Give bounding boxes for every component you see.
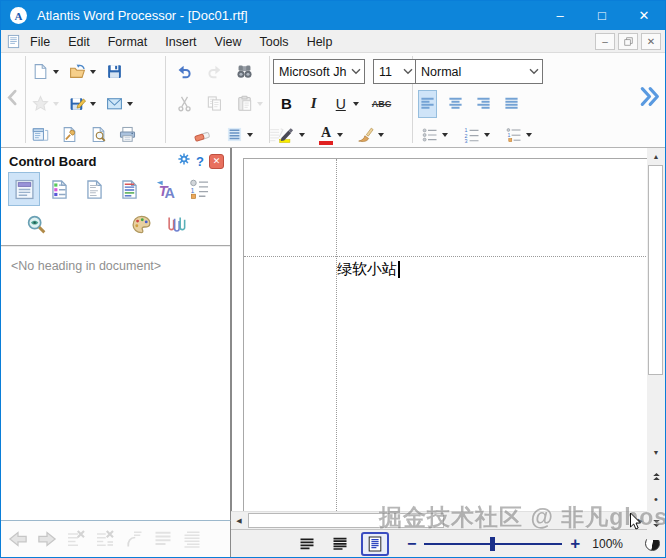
dropdown-arrow-icon[interactable]: [53, 70, 59, 74]
doc-minimize-button[interactable]: –: [595, 33, 615, 50]
font-name-combo[interactable]: Microsoft Jh: [273, 59, 365, 84]
dropdown-arrow-icon[interactable]: [353, 102, 359, 106]
dropdown-arrow-icon[interactable]: [90, 70, 96, 74]
print-button[interactable]: [118, 122, 137, 148]
underline-button[interactable]: U: [332, 91, 360, 117]
cb-styles-button[interactable]: [44, 173, 74, 205]
open-document-button[interactable]: [68, 59, 97, 85]
dropdown-arrow-icon[interactable]: [127, 102, 133, 106]
help-icon[interactable]: ?: [196, 154, 204, 169]
numbered-list-button[interactable]: 123: [463, 122, 491, 148]
undo-icon: [176, 63, 193, 80]
toolbar-overflow-chevron-icon[interactable]: [639, 86, 660, 111]
toolbar-collapse-chevron-icon[interactable]: [4, 89, 21, 110]
cb-outline-button[interactable]: [79, 173, 109, 205]
cb-search-button[interactable]: [91, 208, 121, 240]
browse-object-button[interactable]: •: [647, 491, 665, 507]
close-button[interactable]: ✕: [623, 1, 665, 30]
menu-item-format[interactable]: Format: [99, 30, 157, 53]
zoom-in-button[interactable]: +: [570, 534, 580, 554]
paragraph-style-combo[interactable]: Normal: [415, 59, 543, 84]
chevron-down-icon[interactable]: [529, 68, 539, 75]
doc-close-button[interactable]: ✕: [641, 33, 661, 50]
menu-item-edit[interactable]: Edit: [59, 30, 99, 53]
next-page-button[interactable]: [647, 515, 665, 531]
dropdown-arrow-icon[interactable]: [484, 133, 490, 137]
chevron-down-icon[interactable]: [351, 68, 361, 75]
align-right-button[interactable]: [475, 91, 492, 117]
vertical-scroll-thumb[interactable]: [648, 165, 663, 375]
align-justify-button[interactable]: [503, 91, 520, 117]
new-document-button[interactable]: [31, 59, 60, 85]
doc-restore-button[interactable]: [618, 33, 638, 50]
draft-view-button[interactable]: [295, 534, 319, 554]
document-area[interactable]: 绿软小站: [231, 148, 648, 511]
undo-button[interactable]: [175, 59, 194, 85]
bullet-list-button[interactable]: [421, 122, 449, 148]
align-center-button[interactable]: [447, 91, 464, 117]
menu-item-help[interactable]: Help: [298, 30, 342, 53]
multilevel-list-button[interactable]: 1: [505, 122, 533, 148]
dropdown-arrow-icon[interactable]: [337, 133, 343, 137]
scroll-right-button[interactable]: ▶: [632, 512, 648, 529]
minimize-button[interactable]: –: [539, 1, 581, 30]
previous-page-button[interactable]: [647, 468, 665, 484]
save-document-button[interactable]: [105, 59, 124, 85]
menu-item-insert[interactable]: Insert: [156, 30, 205, 53]
cb-paragraphs-button[interactable]: [56, 208, 86, 240]
highlighter-button[interactable]: [277, 122, 306, 148]
cb-fonts-button[interactable]: TA: [149, 173, 179, 205]
font-color-button[interactable]: A: [318, 122, 344, 148]
gear-icon[interactable]: [177, 152, 191, 170]
zoom-out-button[interactable]: −: [407, 535, 416, 553]
horizontal-scroll-thumb[interactable]: [248, 513, 444, 528]
zoom-slider[interactable]: [424, 537, 562, 551]
scroll-down-button[interactable]: ▼: [647, 444, 665, 460]
eraser-button[interactable]: [193, 122, 212, 148]
menu-item-tools[interactable]: Tools: [250, 30, 297, 53]
save-as-button[interactable]: [68, 91, 97, 117]
cb-document-lines-button[interactable]: [114, 173, 144, 205]
dropdown-arrow-icon[interactable]: [90, 102, 96, 106]
maximize-button[interactable]: □: [581, 1, 623, 30]
menu-item-file[interactable]: File: [21, 30, 59, 53]
zoom-slider-thumb[interactable]: [490, 537, 495, 551]
online-view-button[interactable]: [328, 534, 352, 554]
panel-close-button[interactable]: ✕: [209, 154, 224, 169]
chevron-down-icon[interactable]: [403, 68, 413, 75]
cb-headings-button[interactable]: [9, 173, 39, 205]
dropdown-arrow-icon[interactable]: [378, 133, 384, 137]
cb-numbering-button[interactable]: 1: [184, 173, 214, 205]
dropdown-arrow-icon[interactable]: [247, 133, 253, 137]
clipboard-panel-button[interactable]: [31, 122, 50, 148]
document-options-button[interactable]: [60, 122, 79, 148]
italic-button[interactable]: I: [305, 91, 323, 117]
cb-attachments-button[interactable]: [161, 208, 191, 240]
print-preview-button[interactable]: [89, 122, 108, 148]
dropdown-arrow-icon[interactable]: [299, 133, 305, 137]
page-layout-view-button[interactable]: [361, 532, 389, 556]
line-spacing-button[interactable]: [225, 122, 254, 148]
titlebar: A Atlantis Word Processor - [Doc01.rtf] …: [1, 1, 665, 30]
multilevel-list-icon: 1: [506, 127, 522, 143]
cb-colors-button[interactable]: [126, 208, 156, 240]
font-size-combo[interactable]: 11: [373, 59, 417, 84]
horizontal-scrollbar[interactable]: ◀ ▶: [231, 511, 648, 529]
document-text-line[interactable]: 绿软小站: [337, 260, 400, 279]
dropdown-arrow-icon[interactable]: [526, 133, 532, 137]
dropdown-arrow-icon[interactable]: [442, 133, 448, 137]
menu-item-view[interactable]: View: [206, 30, 251, 53]
vertical-scrollbar[interactable]: ▲ ▼ •: [647, 148, 665, 540]
bold-button[interactable]: B: [277, 91, 296, 117]
align-justify-icon: [504, 96, 519, 111]
scroll-left-button[interactable]: ◀: [231, 512, 247, 529]
scroll-up-button[interactable]: ▲: [647, 148, 665, 164]
find-button[interactable]: [235, 59, 254, 85]
align-left-button[interactable]: [419, 91, 436, 117]
app-logo-letter: A: [15, 10, 23, 22]
cb-zoom-button[interactable]: [21, 208, 51, 240]
send-mail-button[interactable]: [105, 91, 134, 117]
format-painter-button[interactable]: [356, 122, 385, 148]
toolbar-group-r3-4: 1231: [421, 120, 533, 149]
strikethrough-button[interactable]: ABC: [369, 91, 395, 117]
